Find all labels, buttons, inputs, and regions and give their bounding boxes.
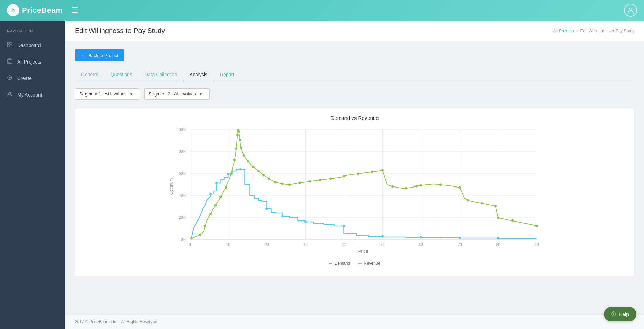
svg-text:60: 60	[419, 242, 423, 247]
svg-point-71	[319, 179, 321, 181]
svg-point-0	[629, 8, 632, 11]
svg-point-70	[309, 180, 311, 183]
tab-questions[interactable]: Questions	[104, 68, 138, 81]
svg-point-58	[239, 139, 241, 141]
help-icon: ⓘ	[611, 311, 616, 317]
top-header: b PriceBeam ☰	[0, 0, 644, 21]
svg-point-67	[281, 183, 284, 185]
svg-point-81	[439, 184, 442, 186]
svg-point-46	[199, 234, 201, 236]
svg-point-90	[215, 182, 218, 184]
revenue-line	[192, 130, 537, 238]
svg-text:70: 70	[457, 242, 462, 247]
svg-point-62	[252, 166, 255, 168]
svg-rect-3	[7, 45, 9, 47]
svg-point-55	[236, 134, 239, 136]
svg-point-52	[230, 173, 232, 175]
svg-point-86	[497, 217, 499, 219]
logo-area: b PriceBeam	[7, 4, 63, 16]
account-icon	[7, 91, 12, 98]
breadcrumb: All Projects > Edit Willingness-to-Pay S…	[553, 29, 634, 33]
demand-legend-label: Demand	[335, 261, 350, 266]
sidebar-item-all-projects[interactable]: All Projects	[0, 54, 65, 70]
svg-point-72	[329, 178, 332, 180]
chevron-right-icon: ›	[57, 76, 58, 81]
svg-point-76	[381, 169, 384, 172]
svg-point-47	[204, 225, 206, 227]
svg-point-64	[262, 174, 265, 177]
chart-title: Demand vs Revenue	[81, 115, 629, 121]
chart-legend: Demand Revenue	[81, 261, 629, 266]
svg-point-88	[535, 225, 538, 227]
svg-point-49	[214, 204, 217, 207]
sidebar: NAVIGATION Dashboard	[0, 21, 65, 329]
svg-point-94	[281, 215, 284, 218]
svg-point-54	[235, 148, 237, 150]
tab-general[interactable]: General	[75, 68, 104, 81]
svg-point-69	[298, 182, 301, 184]
demand-dots	[209, 168, 499, 239]
page-title: Edit Willingness-to-Pay Study	[75, 27, 165, 35]
svg-point-73	[343, 175, 345, 178]
logo-icon: b	[7, 4, 19, 16]
user-avatar[interactable]	[624, 4, 637, 17]
create-icon	[7, 75, 12, 82]
svg-point-96	[343, 225, 345, 227]
svg-text:0%: 0%	[181, 237, 187, 241]
svg-point-80	[420, 184, 422, 187]
svg-text:80: 80	[496, 242, 500, 247]
help-button[interactable]: ⓘ Help	[604, 307, 636, 321]
svg-point-77	[391, 185, 394, 188]
svg-point-66	[274, 181, 277, 184]
tab-analysis[interactable]: Analysis	[183, 68, 214, 81]
logo-text: PriceBeam	[22, 6, 63, 15]
svg-point-89	[209, 193, 212, 195]
svg-point-50	[219, 196, 222, 198]
tab-data-collection[interactable]: Data Collection	[138, 68, 183, 81]
dropdowns-row: Segment 1 - ALL values ▼ Segment 2 - ALL…	[75, 88, 634, 100]
back-to-project-button[interactable]: ← Back to Project	[75, 49, 124, 61]
svg-text:50: 50	[380, 242, 384, 247]
svg-text:10: 10	[226, 242, 230, 247]
sidebar-item-label: Dashboard	[17, 43, 41, 48]
svg-point-53	[233, 159, 236, 161]
body-wrapper: NAVIGATION Dashboard	[0, 21, 644, 329]
chevron-down-icon: ▼	[129, 92, 133, 96]
sidebar-item-dashboard[interactable]: Dashboard	[0, 37, 65, 54]
sidebar-item-label: Create	[17, 76, 32, 81]
svg-rect-1	[7, 42, 9, 44]
header-right	[624, 4, 637, 17]
svg-point-99	[459, 237, 461, 239]
svg-point-74	[357, 173, 359, 175]
chart-area: .grid-line { stroke: #e8eaed; stroke-wid…	[81, 126, 629, 257]
svg-point-95	[304, 221, 307, 223]
legend-demand: Demand	[329, 261, 350, 266]
sidebar-item-my-account[interactable]: My Account	[0, 87, 65, 103]
segment2-value: Segment 2 - ALL values	[149, 91, 196, 97]
segment2-dropdown[interactable]: Segment 2 - ALL values ▼	[144, 88, 210, 100]
header-left: b PriceBeam ☰	[7, 4, 78, 16]
breadcrumb-all-projects[interactable]: All Projects	[553, 29, 574, 33]
svg-point-60	[243, 155, 245, 157]
segment1-value: Segment 1 - ALL values	[79, 91, 127, 97]
svg-text:100%: 100%	[177, 127, 186, 132]
svg-point-65	[268, 178, 270, 180]
svg-text:20: 20	[264, 242, 269, 247]
breadcrumb-separator: >	[576, 29, 578, 33]
demand-legend-dot	[329, 263, 332, 264]
svg-rect-4	[10, 45, 12, 47]
svg-point-92	[239, 168, 242, 171]
hamburger-icon[interactable]: ☰	[71, 6, 78, 15]
svg-rect-2	[10, 42, 12, 44]
segment1-dropdown[interactable]: Segment 1 - ALL values ▼	[75, 88, 140, 100]
svg-point-85	[494, 205, 497, 207]
sidebar-item-create[interactable]: Create ›	[0, 70, 65, 87]
help-label: Help	[619, 311, 629, 317]
create-left: Create	[7, 75, 32, 82]
content-area: ← Back to Project General Questions Data…	[65, 41, 644, 314]
svg-point-78	[405, 187, 407, 190]
tab-report[interactable]: Report	[214, 68, 240, 81]
svg-point-63	[257, 170, 260, 172]
svg-point-100	[497, 237, 499, 239]
back-arrow-icon: ←	[81, 53, 86, 58]
